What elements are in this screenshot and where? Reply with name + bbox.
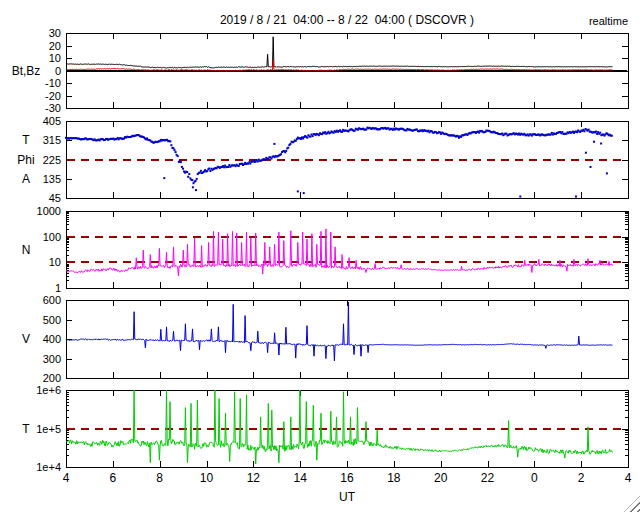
ytick-label: 405 (43, 115, 61, 127)
x-axis-tick-labels: 46810121416182022024 (63, 471, 632, 485)
panel-temperature: 1e+61e+51e+4T (22, 384, 628, 473)
ytick-label: 10 (49, 256, 61, 268)
ytick-label: 225 (43, 154, 61, 166)
ytick-label: 600 (43, 294, 61, 306)
panel-label-bt,bz: Bt,Bz (12, 64, 41, 78)
xtick-label: 20 (434, 471, 448, 485)
plot-title: 2019 / 8 / 21 04:00 -- 8 / 22 04:00 ( DS… (66, 13, 628, 27)
xtick-label: 0 (531, 471, 538, 485)
xtick-label: 18 (387, 471, 401, 485)
series-t (66, 390, 613, 464)
panel-phi-angle: 40531522513545TPhiA (17, 115, 628, 204)
xtick-label: 10 (200, 471, 214, 485)
plots-canvas: 3020100-10-20-30Bt,Bz40531522513545TPhiA… (0, 0, 640, 512)
panel-label-phi: Phi (17, 153, 34, 167)
panel-speed: 600500400300200V (22, 294, 628, 384)
ytick-label: 500 (43, 314, 61, 326)
xtick-label: 12 (247, 471, 261, 485)
panel-label-t: T (22, 422, 30, 436)
ytick-label: 20 (49, 40, 61, 52)
xtick-label: 8 (156, 471, 163, 485)
ytick-label: 1e+6 (36, 384, 61, 396)
panel-label-n: N (22, 243, 31, 257)
xtick-label: 14 (293, 471, 307, 485)
panel-label-a: A (22, 172, 30, 186)
ytick-label: 1e+4 (36, 461, 61, 473)
dscovr-realtime-plot-window: 2019 / 8 / 21 04:00 -- 8 / 22 04:00 ( DS… (0, 0, 640, 512)
x-axis-label: UT (66, 490, 628, 504)
ytick-label: 315 (43, 134, 61, 146)
xtick-label: 2 (578, 471, 585, 485)
ytick-label: 1000 (37, 205, 61, 217)
ytick-label: 100 (43, 231, 61, 243)
ytick-label: 30 (49, 27, 61, 39)
panel-label-t: T (22, 133, 30, 147)
panel-label-v: V (22, 332, 30, 346)
panel-density: 1000100101N (22, 205, 628, 294)
ytick-label: -20 (45, 90, 61, 102)
series-v (66, 302, 613, 361)
series-bz (66, 61, 613, 72)
ytick-label: 10 (49, 52, 61, 64)
xtick-label: 22 (481, 471, 495, 485)
series-phi (65, 127, 613, 198)
ytick-label: -10 (45, 77, 61, 89)
xtick-label: 6 (109, 471, 116, 485)
xtick-label: 16 (340, 471, 354, 485)
ytick-label: 300 (43, 353, 61, 365)
realtime-status-label: realtime (589, 15, 628, 27)
ytick-label: 45 (49, 192, 61, 204)
ytick-label: 400 (43, 333, 61, 345)
panel-imf-bt-bz: 3020100-10-20-30Bt,Bz (12, 27, 628, 114)
ytick-label: -30 (45, 102, 61, 114)
series-bt (66, 37, 613, 68)
ytick-label: 0 (55, 65, 61, 77)
ytick-label: 1e+5 (36, 423, 61, 435)
xtick-label: 4 (63, 471, 70, 485)
ytick-label: 135 (43, 173, 61, 185)
ytick-label: 200 (43, 372, 61, 384)
xtick-label: 4 (625, 471, 632, 485)
ytick-label: 1 (55, 282, 61, 294)
